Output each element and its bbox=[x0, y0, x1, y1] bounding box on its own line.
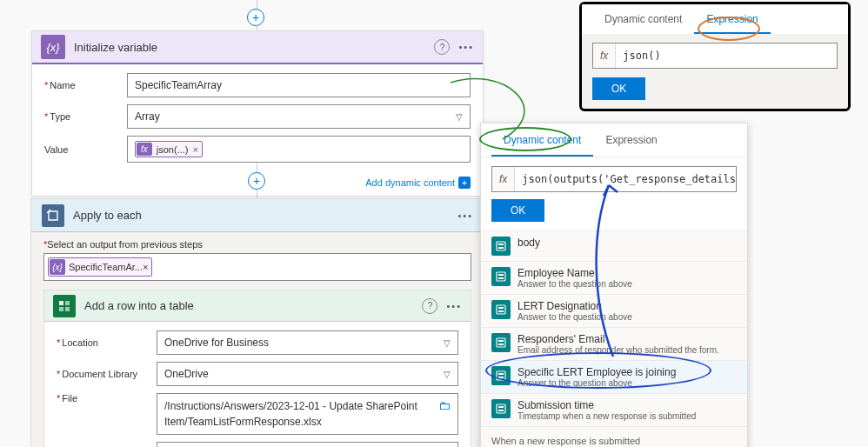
expression-input[interactable]: fx json() bbox=[592, 43, 838, 69]
loop-icon bbox=[42, 204, 64, 227]
expression-text: json(outputs('Get_response_details')?['b… bbox=[515, 173, 736, 185]
chevron-down-icon: ▽ bbox=[456, 112, 463, 122]
chevron-down-icon: ▽ bbox=[444, 370, 451, 379]
folder-icon[interactable]: 🗀 bbox=[438, 398, 451, 412]
expression-input[interactable]: fx json(outputs('Get_response_details')?… bbox=[491, 166, 737, 192]
expression-popover: Dynamic content Expression fx json() OK bbox=[579, 2, 851, 111]
dynamic-content-item[interactable]: Specific LERT Employee is joiningAnswer … bbox=[481, 361, 747, 394]
value-label: Value bbox=[44, 144, 127, 155]
svg-rect-21 bbox=[498, 406, 504, 408]
card-header[interactable]: {x} Initialize variable ? ••• bbox=[32, 31, 483, 64]
svg-rect-9 bbox=[498, 274, 504, 276]
value-input[interactable]: fx json(...) × bbox=[127, 136, 471, 163]
name-input[interactable]: SpecificTeamArray bbox=[127, 73, 471, 97]
item-subtitle: Email address of responder who submitted… bbox=[517, 345, 719, 355]
item-subtitle: Timestamp when a new response is submitt… bbox=[517, 411, 696, 421]
item-title: Responders' Email bbox=[517, 333, 719, 345]
svg-rect-19 bbox=[498, 377, 504, 378]
svg-rect-18 bbox=[498, 373, 504, 375]
forms-icon bbox=[491, 366, 511, 385]
file-label: *File bbox=[57, 393, 157, 404]
add-step-button[interactable]: + bbox=[247, 9, 264, 26]
chevron-down-icon: ▽ bbox=[444, 338, 451, 348]
remove-token-icon[interactable]: × bbox=[143, 262, 148, 272]
card-header[interactable]: Apply to each ••• bbox=[31, 199, 484, 232]
item-title: Specific LERT Employee is joining bbox=[517, 366, 676, 378]
dynamic-content-item[interactable]: Employee NameAnswer to the question abov… bbox=[481, 262, 747, 295]
card-header[interactable]: Add a row into a table ? ••• bbox=[44, 290, 471, 322]
card-menu-icon[interactable]: ••• bbox=[457, 210, 473, 221]
fx-icon: fx bbox=[137, 143, 152, 156]
svg-rect-14 bbox=[497, 338, 505, 347]
svg-rect-16 bbox=[498, 344, 504, 345]
expression-text: json() bbox=[616, 50, 837, 62]
apply-to-each-card: Apply to each ••• *Select an output from… bbox=[30, 198, 484, 447]
excel-icon bbox=[53, 295, 76, 317]
dynamic-content-item[interactable]: body bbox=[481, 231, 747, 262]
dynamic-content-item[interactable]: LERT DesignationAnswer to the question a… bbox=[481, 295, 747, 328]
svg-rect-4 bbox=[65, 307, 70, 311]
svg-rect-6 bbox=[498, 244, 504, 245]
dynamic-content-popover: Dynamic content Expression fx json(outpu… bbox=[480, 123, 748, 447]
help-icon[interactable]: ? bbox=[422, 298, 437, 314]
item-subtitle: Answer to the question above bbox=[517, 378, 676, 388]
help-icon[interactable]: ? bbox=[434, 39, 450, 55]
add-step-button[interactable]: + bbox=[248, 172, 265, 190]
forms-icon bbox=[491, 237, 511, 256]
location-label: *Location bbox=[57, 337, 157, 348]
name-label: *Name bbox=[44, 80, 127, 90]
file-picker[interactable]: /Instructions/Answers/2023-12-01 - Updat… bbox=[157, 393, 458, 435]
add-row-card: Add a row into a table ? ••• *Location O… bbox=[43, 290, 471, 447]
svg-rect-13 bbox=[498, 310, 504, 312]
forms-icon bbox=[491, 267, 511, 286]
card-title: Add a row into a table bbox=[84, 299, 422, 312]
svg-rect-7 bbox=[498, 247, 504, 249]
token-text: json(...) bbox=[157, 144, 189, 155]
table-select[interactable]: Table1▽ bbox=[157, 442, 458, 447]
svg-rect-12 bbox=[498, 307, 504, 309]
svg-rect-2 bbox=[65, 301, 70, 305]
expression-token[interactable]: fx json(...) × bbox=[135, 141, 203, 157]
dynamic-content-item[interactable]: Responders' EmailEmail address of respon… bbox=[481, 328, 747, 361]
remove-token-icon[interactable]: × bbox=[192, 144, 197, 155]
card-title: Apply to each bbox=[73, 209, 457, 222]
location-select[interactable]: OneDrive for Business▽ bbox=[157, 330, 458, 355]
item-subtitle: Answer to the question above bbox=[517, 312, 632, 322]
dynamic-content-list: bodyEmployee NameAnswer to the question … bbox=[481, 230, 747, 427]
tab-expression[interactable]: Expression bbox=[694, 4, 770, 34]
svg-rect-1 bbox=[59, 301, 63, 305]
doclib-label: *Document Library bbox=[57, 369, 157, 379]
doclib-select[interactable]: OneDrive▽ bbox=[157, 362, 458, 386]
svg-rect-5 bbox=[497, 242, 505, 250]
output-input[interactable]: {x} SpecificTeamAr... × bbox=[43, 253, 471, 281]
svg-rect-15 bbox=[498, 340, 504, 342]
svg-rect-8 bbox=[497, 272, 505, 281]
card-menu-icon[interactable]: ••• bbox=[446, 301, 462, 311]
variable-icon: {x} bbox=[50, 259, 65, 275]
svg-rect-17 bbox=[497, 371, 505, 380]
svg-rect-3 bbox=[59, 307, 63, 311]
group-header: When a new response is submitted bbox=[481, 427, 747, 447]
plus-icon: + bbox=[458, 177, 471, 189]
dynamic-content-item[interactable]: Submission timeTimestamp when a new resp… bbox=[481, 394, 747, 427]
item-title: LERT Designation bbox=[517, 300, 632, 312]
item-title: body bbox=[517, 237, 540, 249]
ok-button[interactable]: OK bbox=[592, 77, 645, 100]
variable-icon: {x} bbox=[41, 35, 65, 59]
svg-rect-22 bbox=[498, 410, 504, 411]
tab-dynamic-content[interactable]: Dynamic content bbox=[491, 123, 593, 157]
card-menu-icon[interactable]: ••• bbox=[458, 42, 474, 52]
item-title: Employee Name bbox=[517, 267, 632, 279]
forms-icon bbox=[491, 399, 511, 418]
token-text: SpecificTeamAr... bbox=[69, 262, 143, 272]
tab-dynamic-content[interactable]: Dynamic content bbox=[592, 4, 694, 34]
tab-expression[interactable]: Expression bbox=[593, 123, 669, 157]
forms-icon bbox=[491, 300, 511, 319]
ok-button[interactable]: OK bbox=[491, 199, 544, 222]
type-select[interactable]: Array▽ bbox=[127, 104, 471, 129]
variable-token[interactable]: {x} SpecificTeamAr... × bbox=[48, 257, 152, 277]
fx-icon: fx bbox=[593, 43, 616, 68]
card-title: Initialize variable bbox=[74, 41, 434, 54]
item-title: Submission time bbox=[517, 399, 696, 411]
type-label: *Type bbox=[44, 111, 127, 122]
